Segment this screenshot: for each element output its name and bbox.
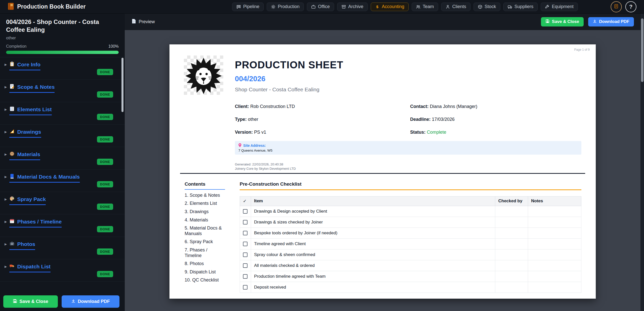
document-icon <box>132 19 136 25</box>
checklist-item: Production timeline agreed with Team <box>251 271 495 282</box>
checklist-item: Timeline agreed with Client <box>251 238 495 249</box>
contents-panel: Contents 1. Scope & Notes 2. Elements Li… <box>185 181 225 293</box>
status-badge: DONE <box>97 69 113 75</box>
preview-actions: Save & Close Download PDF <box>541 17 634 26</box>
notes-cell <box>528 260 581 271</box>
download-icon <box>593 19 597 24</box>
download-pdf-button[interactable]: Download PDF <box>588 17 634 26</box>
header-divider <box>180 173 585 174</box>
svg-text:$: $ <box>376 5 379 9</box>
sidebar-section-dispatch-list[interactable]: ▶ Dispatch List DONE <box>0 259 125 282</box>
sidebar-section-scope-notes[interactable]: ▶ Scope & Notes DONE <box>0 80 125 102</box>
status-badge: DONE <box>97 159 113 165</box>
status-badge: DONE <box>97 114 113 120</box>
sidebar-section-spray-pack[interactable]: ▶ Spray Pack DONE <box>0 192 125 214</box>
checkbox[interactable] <box>243 231 247 235</box>
sidebar-section-phases-timeline[interactable]: ▶ Phases / Timeline DONE <box>0 214 125 237</box>
elements-list-icon <box>9 106 15 112</box>
checkbox[interactable] <box>243 263 247 268</box>
nav-archive[interactable]: Archive <box>337 3 368 11</box>
chevron-right-icon[interactable]: ▶ <box>5 197 7 201</box>
checklist-row: Spray colour & sheen confirmed <box>240 249 581 260</box>
checkbox[interactable] <box>243 209 247 214</box>
save-close-button[interactable]: Save & Close <box>541 17 584 26</box>
generated-info: Generated: 22/02/2026, 20:40:38 Joinery … <box>235 162 585 171</box>
sidebar-section-drawings[interactable]: ▶ Drawings DONE <box>0 125 125 147</box>
materials-icon <box>9 151 15 157</box>
checklist-row: Drawings & sizes checked by Joiner <box>240 217 581 228</box>
save-close-button[interactable]: Save & Close <box>3 295 58 308</box>
sidebar-section-material-docs[interactable]: ▶ Material Docs & Manuals DONE <box>0 169 125 192</box>
chevron-right-icon[interactable]: ▶ <box>5 265 7 268</box>
main-scrollbar[interactable] <box>640 14 644 311</box>
help-button[interactable]: ? <box>625 1 636 12</box>
sidebar-section-elements-list[interactable]: ▶ Elements List DONE <box>0 102 125 125</box>
chevron-right-icon[interactable]: ▶ <box>5 220 7 223</box>
chevron-right-icon[interactable]: ▶ <box>5 63 7 66</box>
checklist-table: ✓ Item Checked by Notes Drawings & Desig… <box>240 196 581 293</box>
doc-subtitle: Shop Counter - Costa Coffee Ealing <box>235 87 343 93</box>
checkbox[interactable] <box>243 220 247 224</box>
nav-equipment[interactable]: Equipment <box>541 3 578 11</box>
detail-type: Type: other <box>235 117 410 122</box>
sidebar-footer: Save & Close Download PDF <box>0 292 125 311</box>
detail-contact: Contact: Diana Johns (Manager) <box>410 104 585 109</box>
completion-progress-fill <box>6 51 119 54</box>
chevron-right-icon[interactable]: ▶ <box>5 130 7 134</box>
sidebar-scrollbar[interactable] <box>121 58 123 112</box>
status-badge: DONE <box>97 204 113 210</box>
sidebar-section-photos[interactable]: ▶ Photos DONE <box>0 237 125 259</box>
app-title: Production Book Builder <box>17 3 86 10</box>
nav-production[interactable]: Production <box>267 3 304 11</box>
nav-stock[interactable]: Stock <box>474 3 500 11</box>
core-info-icon <box>9 61 15 68</box>
sidebar-sections: ▶ Core Info DONE ▶ Scope & Notes DONE ▶ <box>0 57 125 292</box>
sidebar-section-materials[interactable]: ▶ Materials DONE <box>0 147 125 169</box>
suppliers-icon <box>508 5 512 9</box>
status-badge: DONE <box>97 181 113 187</box>
contents-item: 8. Photos <box>185 261 225 267</box>
material-docs-icon <box>9 174 15 180</box>
nav-accounting[interactable]: $ Accounting <box>371 3 409 11</box>
nav-team[interactable]: Team <box>412 3 438 11</box>
contents-item: 4. Materials <box>185 217 225 223</box>
download-pdf-button[interactable]: Download PDF <box>62 295 119 308</box>
download-icon <box>71 299 76 304</box>
contents-item: 1. Scope & Notes <box>185 193 225 198</box>
checkbox[interactable] <box>243 252 247 257</box>
detail-version: Version: PS v1 <box>235 130 410 135</box>
nav-office[interactable]: Office <box>307 3 334 11</box>
checkbox[interactable] <box>243 242 247 246</box>
preview-toolbar: Preview Save & Close Download PDF <box>125 14 644 30</box>
main-area: Preview Save & Close Download PDF Page 1… <box>125 14 644 311</box>
nav-suppliers[interactable]: Suppliers <box>503 3 538 11</box>
chevron-right-icon[interactable]: ▶ <box>5 175 7 179</box>
nav-clients[interactable]: Clients <box>441 3 470 11</box>
chevron-right-icon[interactable]: ▶ <box>5 153 7 156</box>
site-address-box: Site Address: 7 Queens Avenue, W5 <box>235 141 581 155</box>
checkbox[interactable] <box>243 285 247 290</box>
project-title: 004/2026 - Shop Counter - Costa Coffee E… <box>6 18 119 34</box>
nav-pipeline[interactable]: Pipeline <box>232 3 264 11</box>
contents-heading: Contents <box>185 181 225 190</box>
chevron-right-icon[interactable]: ▶ <box>5 108 7 111</box>
company-logo <box>184 55 223 95</box>
checklist-item: Spray colour & sheen confirmed <box>251 249 495 260</box>
checkbox[interactable] <box>243 274 247 279</box>
completion-value: 100% <box>108 44 119 49</box>
sidebar-section-core-info[interactable]: ▶ Core Info DONE <box>0 57 125 80</box>
archive-icon <box>341 5 346 9</box>
notes-button[interactable] <box>611 1 622 12</box>
notes-cell <box>528 282 581 293</box>
checklist-item: All materials checked & ordered <box>251 260 495 271</box>
tab-preview[interactable]: Preview <box>132 19 155 25</box>
checked-by-cell <box>495 217 528 228</box>
save-icon <box>13 299 17 304</box>
checklist-row: Drawings & Design accepted by Client <box>240 206 581 217</box>
checked-by-cell <box>495 206 528 217</box>
chevron-right-icon[interactable]: ▶ <box>5 242 7 246</box>
pre-construction-checklist: Pre-Construction Checklist ✓ Item Checke… <box>240 181 581 293</box>
main-scrollbar-thumb[interactable] <box>641 18 643 82</box>
chevron-right-icon[interactable]: ▶ <box>5 85 7 89</box>
notes-icon <box>614 4 619 10</box>
